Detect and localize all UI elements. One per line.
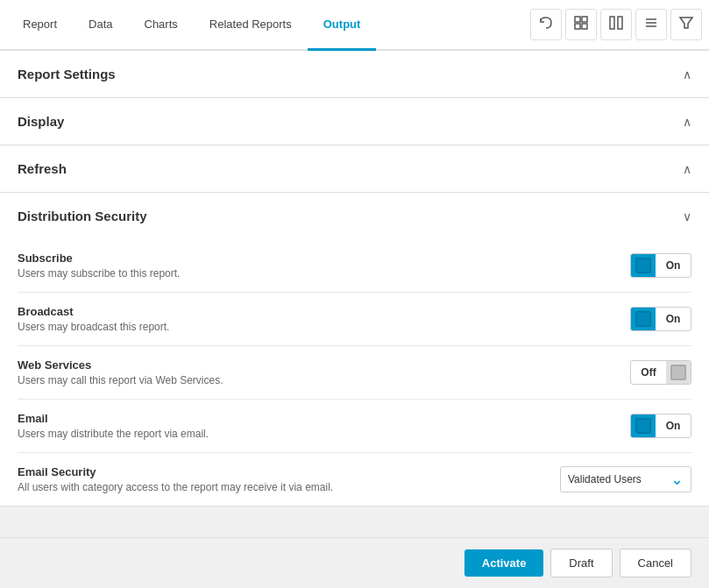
email-toggle-indicator bbox=[631, 414, 656, 437]
section-report-settings-header[interactable]: Report Settings ∧ bbox=[0, 51, 709, 97]
draft-button[interactable]: Draft bbox=[550, 549, 612, 577]
grid-button[interactable] bbox=[565, 9, 597, 40]
broadcast-toggle-indicator bbox=[631, 308, 656, 330]
list-button[interactable] bbox=[635, 9, 667, 40]
subscribe-desc: Users may subscribe to this report. bbox=[18, 267, 613, 280]
list-icon bbox=[643, 15, 659, 34]
tab-data[interactable]: Data bbox=[73, 0, 128, 51]
broadcast-toggle[interactable]: On bbox=[630, 307, 691, 331]
section-display-title: Display bbox=[18, 114, 64, 129]
setting-row-email-security: Email Security All users with category a… bbox=[18, 453, 691, 506]
svg-rect-2 bbox=[575, 24, 580, 29]
email-security-dropdown[interactable]: Validated Users ⌄ bbox=[560, 466, 691, 492]
activate-button[interactable]: Activate bbox=[464, 549, 544, 577]
columns-button[interactable] bbox=[600, 9, 632, 40]
subscribe-toggle-indicator bbox=[631, 254, 656, 277]
email-security-label: Email Security bbox=[18, 465, 542, 478]
distribution-security-body: Subscribe Users may subscribe to this re… bbox=[0, 239, 709, 506]
svg-rect-1 bbox=[582, 17, 587, 22]
email-security-control[interactable]: Validated Users ⌄ bbox=[560, 466, 691, 492]
undo-button[interactable] bbox=[530, 9, 562, 40]
section-distribution-security-title: Distribution Security bbox=[18, 209, 147, 223]
chevron-down-icon: ⌄ bbox=[670, 470, 684, 489]
section-distribution-security-chevron: ∨ bbox=[683, 209, 691, 223]
email-security-value: Validated Users bbox=[568, 473, 642, 485]
columns-icon bbox=[608, 15, 624, 34]
web-services-control[interactable]: Off bbox=[630, 360, 691, 385]
svg-rect-3 bbox=[582, 24, 587, 29]
email-info: Email Users may distribute the report vi… bbox=[18, 412, 613, 440]
svg-rect-0 bbox=[575, 17, 580, 22]
cancel-button[interactable]: Cancel bbox=[620, 549, 691, 577]
section-report-settings-chevron: ∧ bbox=[683, 67, 691, 81]
svg-marker-9 bbox=[680, 18, 692, 28]
subscribe-info: Subscribe Users may subscribe to this re… bbox=[18, 251, 613, 280]
web-services-label: Web Services bbox=[18, 358, 613, 372]
web-services-info: Web Services Users may call this report … bbox=[18, 358, 613, 386]
section-report-settings: Report Settings ∧ bbox=[0, 51, 709, 98]
broadcast-label: Broadcast bbox=[18, 305, 613, 318]
subscribe-toggle[interactable]: On bbox=[630, 253, 691, 278]
subscribe-label: Subscribe bbox=[18, 251, 613, 265]
section-refresh-header[interactable]: Refresh ∧ bbox=[0, 145, 709, 192]
svg-rect-4 bbox=[610, 17, 614, 29]
broadcast-control[interactable]: On bbox=[630, 307, 691, 331]
footer: Activate Draft Cancel bbox=[0, 537, 709, 588]
section-distribution-security-header[interactable]: Distribution Security ∨ bbox=[0, 193, 709, 239]
section-distribution-security: Distribution Security ∨ Subscribe Users … bbox=[0, 193, 709, 507]
setting-row-subscribe: Subscribe Users may subscribe to this re… bbox=[18, 239, 691, 293]
email-control[interactable]: On bbox=[630, 414, 691, 438]
email-security-desc: All users with category access to the re… bbox=[18, 481, 542, 493]
email-desc: Users may distribute the report via emai… bbox=[18, 428, 613, 440]
filter-icon bbox=[678, 15, 694, 34]
section-display-chevron: ∧ bbox=[683, 115, 691, 129]
broadcast-info: Broadcast Users may broadcast this repor… bbox=[18, 305, 613, 333]
svg-rect-5 bbox=[618, 17, 622, 29]
grid-icon bbox=[573, 15, 589, 34]
filter-button[interactable] bbox=[670, 9, 702, 40]
section-refresh: Refresh ∧ bbox=[0, 145, 709, 193]
tab-report[interactable]: Report bbox=[7, 0, 73, 51]
setting-row-email: Email Users may distribute the report vi… bbox=[18, 400, 691, 453]
undo-icon bbox=[538, 15, 554, 34]
email-label: Email bbox=[18, 412, 613, 425]
section-refresh-chevron: ∧ bbox=[683, 162, 691, 176]
setting-row-web-services: Web Services Users may call this report … bbox=[18, 346, 691, 400]
email-security-info: Email Security All users with category a… bbox=[18, 465, 542, 493]
subscribe-control[interactable]: On bbox=[630, 253, 691, 278]
main-content: Report Settings ∧ Display ∧ Refresh ∧ Di… bbox=[0, 51, 709, 588]
section-report-settings-title: Report Settings bbox=[18, 67, 116, 81]
tab-charts[interactable]: Charts bbox=[129, 0, 194, 51]
tab-output[interactable]: Output bbox=[308, 0, 377, 51]
tab-bar: Report Data Charts Related Reports Outpu… bbox=[0, 0, 709, 51]
section-refresh-title: Refresh bbox=[18, 161, 67, 176]
tab-related-reports[interactable]: Related Reports bbox=[194, 0, 308, 51]
broadcast-desc: Users may broadcast this report. bbox=[18, 321, 613, 333]
web-services-toggle[interactable]: Off bbox=[630, 360, 691, 385]
setting-row-broadcast: Broadcast Users may broadcast this repor… bbox=[18, 293, 691, 346]
email-toggle[interactable]: On bbox=[630, 414, 691, 438]
section-display: Display ∧ bbox=[0, 98, 709, 145]
section-display-header[interactable]: Display ∧ bbox=[0, 98, 709, 145]
web-services-toggle-indicator bbox=[666, 361, 691, 384]
web-services-desc: Users may call this report via Web Servi… bbox=[18, 374, 613, 386]
